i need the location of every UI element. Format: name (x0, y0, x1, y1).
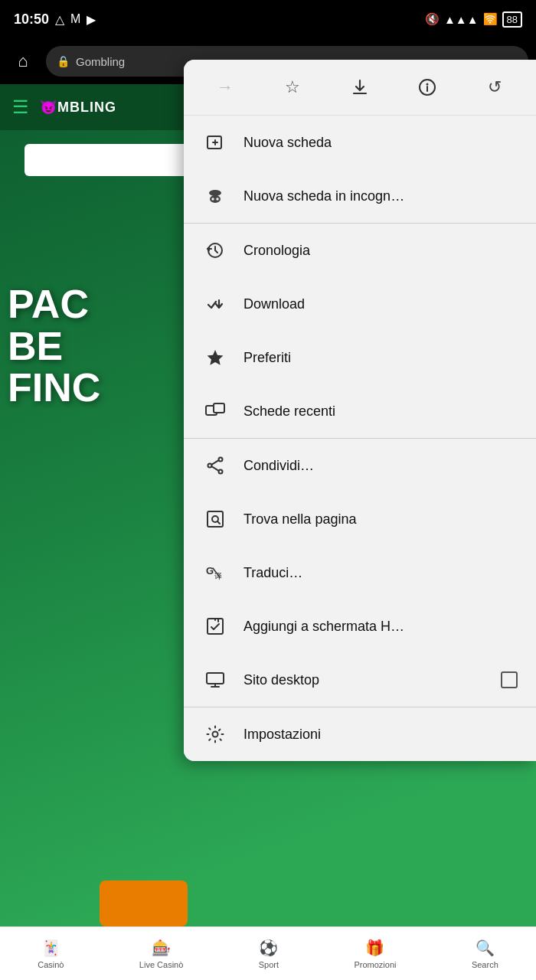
casino-icon: 🃏 (41, 939, 60, 957)
schede-recenti-label: Schede recenti (243, 403, 518, 420)
menu-item-preferiti[interactable]: Preferiti (184, 331, 536, 384)
menu-item-impostazioni[interactable]: Impostazioni (184, 707, 536, 761)
svg-point-32 (213, 732, 218, 737)
bottom-nav-search[interactable]: 🔍 Search (472, 939, 498, 969)
bottom-nav-casino[interactable]: 🃏 Casinò (38, 939, 64, 969)
bottom-nav-promozioni[interactable]: 🎁 Promozioni (354, 939, 396, 969)
status-bar: 10:50 △ M ▶ 🔇 ▲▲▲ 🛜 88 (0, 0, 536, 38)
menu-item-sito-desktop[interactable]: Sito desktop (184, 653, 536, 707)
menu-item-traduci[interactable]: G 译 Traduci… (184, 546, 536, 599)
status-left: 10:50 △ M ▶ (14, 11, 96, 28)
settings-icon (202, 721, 228, 747)
tabs-icon (202, 398, 228, 424)
home-button[interactable]: ⌂ (8, 51, 38, 71)
traduci-label: Traduci… (243, 565, 518, 581)
cronologia-label: Cronologia (243, 243, 518, 259)
site-logo: 😈MBLING (40, 99, 116, 116)
svg-line-21 (211, 466, 218, 471)
bottom-nav-sport[interactable]: ⚽ Sport (259, 939, 279, 969)
star-filled-icon (202, 345, 228, 371)
svg-line-20 (211, 460, 218, 465)
battery-icon: 88 (502, 11, 522, 28)
aggiungi-home-label: Aggiungi a schermata H… (243, 619, 518, 635)
svg-point-10 (216, 198, 219, 201)
orange-button[interactable] (100, 880, 188, 926)
svg-marker-14 (208, 350, 224, 365)
browser-dropdown-menu: → ☆ ↺ N (184, 60, 536, 761)
bottom-nav-live-casino[interactable]: 🎰 Live Casinò (139, 939, 183, 969)
incognito-icon (202, 183, 228, 209)
svg-rect-16 (214, 403, 224, 413)
live-casino-icon: 🎰 (152, 939, 171, 957)
menu-item-nuova-scheda[interactable]: Nuova scheda (184, 116, 536, 169)
desktop-checkbox[interactable] (501, 671, 518, 688)
bookmark-button[interactable]: ☆ (276, 70, 309, 104)
menu-item-cronologia[interactable]: Cronologia (184, 224, 536, 277)
find-icon (202, 506, 228, 532)
hero-text: PACBEFINC (0, 283, 184, 409)
promozioni-label: Promozioni (354, 960, 396, 969)
wifi-icon: 🛜 (483, 12, 498, 26)
menu-item-condividi[interactable]: Condividi… (184, 439, 536, 492)
nuova-scheda-label: Nuova scheda (243, 135, 518, 151)
info-button[interactable] (410, 70, 444, 104)
live-casino-label: Live Casinò (139, 960, 183, 969)
reload-button[interactable]: ↺ (478, 70, 511, 104)
impostazioni-label: Impostazioni (243, 727, 518, 743)
menu-item-incognito[interactable]: Nuova scheda in incogn… (184, 169, 536, 223)
dropdown-icon-bar: → ☆ ↺ (184, 60, 536, 116)
svg-rect-22 (208, 511, 223, 527)
menu-item-trova[interactable]: Trova nella pagina (184, 492, 536, 546)
download-label: Download (243, 296, 518, 312)
search-icon: 🔍 (476, 939, 495, 957)
status-alert-icon: △ (55, 12, 64, 27)
svg-rect-29 (207, 673, 224, 684)
desktop-icon (202, 667, 228, 693)
history-icon (202, 237, 228, 263)
hamburger-icon: ☰ (12, 96, 29, 118)
signal-icon: ▲▲▲ (444, 13, 479, 26)
menu-item-download[interactable]: Download (184, 277, 536, 331)
trova-label: Trova nella pagina (243, 511, 518, 528)
svg-line-24 (217, 521, 220, 524)
download-button[interactable] (343, 70, 377, 104)
download-check-icon (202, 291, 228, 317)
lock-icon: 🔒 (57, 55, 70, 67)
hero-section: PACBEFINC (0, 283, 184, 409)
svg-text:G: G (206, 565, 214, 577)
promozioni-icon: 🎁 (365, 939, 384, 957)
dropdown-menu-list: Nuova scheda Nuova scheda in incogn… (184, 116, 536, 761)
status-time: 10:50 (14, 11, 49, 28)
menu-item-schede-recenti[interactable]: Schede recenti (184, 384, 536, 438)
status-youtube-icon: ▶ (87, 12, 96, 27)
share-icon (202, 452, 228, 479)
casino-label: Casinò (38, 960, 64, 969)
sito-desktop-label: Sito desktop (243, 672, 485, 688)
incognito-label: Nuova scheda in incogn… (243, 188, 518, 204)
mute-icon: 🔇 (425, 12, 440, 26)
bottom-navigation: 🃏 Casinò 🎰 Live Casinò ⚽ Sport 🎁 Promozi… (0, 926, 536, 980)
preferiti-label: Preferiti (243, 350, 518, 366)
condividi-label: Condividi… (243, 458, 518, 474)
forward-button[interactable]: → (208, 70, 242, 104)
sport-label: Sport (259, 960, 279, 969)
svg-rect-7 (211, 191, 220, 194)
new-tab-icon (202, 129, 228, 155)
add-home-icon (202, 613, 228, 639)
status-right-icons: 🔇 ▲▲▲ 🛜 88 (425, 11, 522, 28)
status-gmail-icon: M (70, 12, 80, 26)
search-label: Search (472, 960, 498, 969)
sport-icon: ⚽ (259, 939, 278, 957)
svg-point-9 (211, 198, 214, 201)
translate-icon: G 译 (202, 560, 228, 586)
menu-item-aggiungi-home[interactable]: Aggiungi a schermata H… (184, 599, 536, 653)
